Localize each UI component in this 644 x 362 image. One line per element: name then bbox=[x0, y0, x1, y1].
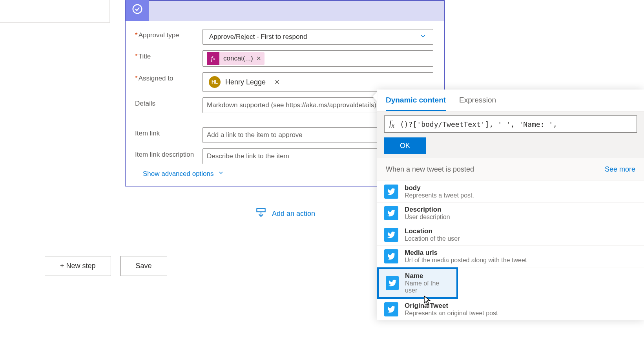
dc-desc: User description bbox=[405, 214, 450, 221]
dc-item-location[interactable]: Location Location of the user bbox=[377, 224, 644, 246]
dc-item-name[interactable]: Name Name of the user bbox=[377, 267, 458, 299]
person-chip[interactable]: HL Henry Legge ✕ bbox=[206, 75, 283, 89]
dynamic-content-list: body Represents a tweet post. Descriptio… bbox=[377, 181, 644, 320]
dc-desc: Location of the user bbox=[405, 235, 460, 242]
approval-type-value: Approve/Reject - First to respond bbox=[209, 33, 307, 41]
twitter-icon bbox=[386, 276, 399, 290]
avatar: HL bbox=[209, 76, 221, 88]
popup-arrow bbox=[372, 92, 377, 101]
twitter-icon bbox=[384, 302, 398, 316]
tab-expression[interactable]: Expression bbox=[459, 96, 496, 111]
expression-area: fx ()?['body/TweetText'], ' ', 'Name: ',… bbox=[377, 112, 644, 158]
chevron-down-icon bbox=[420, 33, 427, 42]
title-row: *Title fx concat(...) ✕ bbox=[135, 50, 433, 67]
footer-buttons: + New step Save bbox=[45, 256, 167, 276]
new-step-button[interactable]: + New step bbox=[45, 256, 111, 276]
expression-text: ()?['body/TweetText'], ' ', 'Name: ', bbox=[400, 120, 557, 128]
dc-desc: Url of the media posted along with the t… bbox=[405, 257, 527, 264]
twitter-icon bbox=[384, 206, 398, 220]
twitter-icon bbox=[384, 185, 398, 199]
dc-title: Media urls bbox=[405, 249, 527, 257]
item-link-desc-label: Item link description bbox=[135, 151, 194, 158]
tab-dynamic-content[interactable]: Dynamic content bbox=[386, 96, 446, 111]
person-name: Henry Legge bbox=[225, 78, 266, 86]
approval-icon bbox=[126, 0, 149, 21]
dc-title: Location bbox=[405, 227, 460, 235]
chevron-down-icon bbox=[218, 170, 224, 178]
dc-title: Description bbox=[405, 206, 450, 214]
assigned-to-row: *Assigned to HL Henry Legge ✕ bbox=[135, 72, 433, 92]
trigger-section-header: When a new tweet is posted See more bbox=[377, 158, 644, 181]
remove-token-icon[interactable]: ✕ bbox=[256, 55, 261, 62]
expression-input[interactable]: fx ()?['body/TweetText'], ' ', 'Name: ', bbox=[384, 115, 637, 133]
dc-item-media-urls[interactable]: Media urls Url of the media posted along… bbox=[377, 246, 644, 267]
expression-token[interactable]: fx concat(...) ✕ bbox=[207, 52, 265, 65]
save-button[interactable]: Save bbox=[120, 256, 167, 276]
details-placeholder: Markdown supported (see https://aka.ms/a… bbox=[207, 101, 376, 109]
left-side-panel bbox=[0, 0, 110, 23]
dc-item-body[interactable]: body Represents a tweet post. bbox=[377, 181, 644, 203]
advanced-label: Show advanced options bbox=[143, 170, 214, 178]
item-link-placeholder: Add a link to the item to approve bbox=[207, 131, 303, 139]
title-input[interactable]: fx concat(...) ✕ bbox=[203, 50, 433, 67]
twitter-icon bbox=[384, 249, 398, 263]
details-label: Details bbox=[135, 100, 155, 107]
assigned-to-label: Assigned to bbox=[139, 75, 173, 82]
popup-tabs: Dynamic content Expression bbox=[377, 90, 644, 112]
fx-icon: fx bbox=[389, 119, 394, 130]
fx-icon: fx bbox=[207, 52, 219, 65]
card-header[interactable] bbox=[126, 1, 444, 21]
trigger-title: When a new tweet is posted bbox=[386, 165, 474, 174]
svg-point-0 bbox=[133, 4, 142, 13]
dc-desc: Represents a tweet post. bbox=[405, 192, 474, 199]
item-link-desc-placeholder: Describe the link to the item bbox=[207, 152, 289, 160]
svg-rect-1 bbox=[257, 208, 265, 212]
dc-item-description[interactable]: Description User description bbox=[377, 203, 644, 224]
add-action-label: Add an action bbox=[272, 210, 315, 218]
assigned-to-input[interactable]: HL Henry Legge ✕ bbox=[203, 72, 433, 92]
dynamic-content-popup: Dynamic content Expression fx ()?['body/… bbox=[377, 90, 644, 320]
add-action-button[interactable]: Add an action bbox=[255, 207, 315, 221]
dc-title: OriginalTweet bbox=[405, 302, 498, 310]
approval-type-select[interactable]: Approve/Reject - First to respond bbox=[203, 29, 433, 45]
dc-title: body bbox=[405, 184, 474, 192]
dc-desc: Represents an original tweet post bbox=[405, 310, 498, 317]
ok-button[interactable]: OK bbox=[384, 137, 426, 154]
title-label: Title bbox=[139, 53, 151, 60]
see-more-link[interactable]: See more bbox=[605, 165, 635, 174]
remove-person-icon[interactable]: ✕ bbox=[274, 78, 280, 86]
token-label: concat(...) bbox=[223, 55, 253, 62]
twitter-icon bbox=[384, 228, 398, 242]
add-action-icon bbox=[255, 207, 267, 221]
dc-desc: Name of the user bbox=[405, 280, 449, 294]
item-link-label: Item link bbox=[135, 130, 160, 137]
dc-title: Name bbox=[405, 272, 449, 280]
approval-type-row: *Approval type Approve/Reject - First to… bbox=[135, 29, 433, 45]
approval-type-label: Approval type bbox=[139, 31, 179, 39]
dc-item-original-tweet[interactable]: OriginalTweet Represents an original twe… bbox=[377, 299, 644, 320]
